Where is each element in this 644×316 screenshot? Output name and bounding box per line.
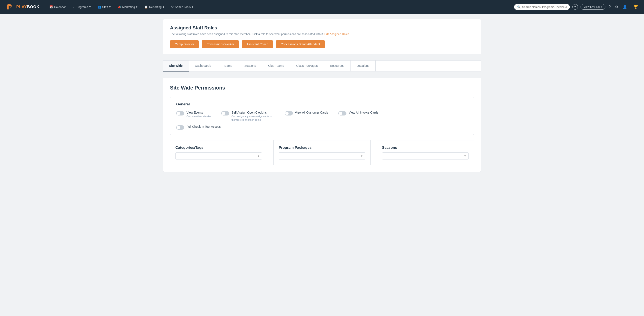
logo[interactable]: PLAYBOOK	[5, 2, 40, 12]
assigned-staff-roles-subtitle: The following staff roles have been assi…	[170, 32, 474, 36]
edit-assigned-roles-link[interactable]: Edit Assigned Roles	[324, 32, 349, 36]
toggle-view-events-label: View Events	[186, 111, 211, 114]
nav-item-admin-tools[interactable]: ⚙ Admin Tools ▾	[168, 4, 196, 10]
role-badge-camp-director[interactable]: Camp Director	[170, 40, 199, 48]
seasons-title: Seasons	[382, 145, 469, 150]
assigned-staff-roles-title: Assigned Staff Roles	[170, 25, 474, 31]
main-content: Assigned Staff Roles The following staff…	[157, 14, 487, 183]
categories-tags-dropdown[interactable]: ▾	[175, 152, 262, 160]
toggle-self-assign-open-clockins: Self Assign Open Clockins Can assign any…	[221, 111, 274, 121]
search-icon: 🔍	[517, 5, 520, 9]
toggle-customer-cards-switch[interactable]	[285, 111, 293, 115]
general-permissions-card: General View Events Can view the calenda…	[170, 97, 474, 135]
general-toggles-row2: Full Check In Tool Access	[176, 125, 468, 130]
permissions-section-title: Site Wide Permissions	[170, 85, 474, 91]
bottom-sections: Categories/Tags ▾ Program Packages ▾ Sea…	[170, 140, 474, 165]
tabs-container: Site Wide Dashboards Teams Seasons Club …	[163, 60, 481, 72]
role-badge-concessions-worker[interactable]: Concessions Worker	[202, 40, 239, 48]
calendar-icon: 📅	[49, 5, 53, 9]
chevron-down-icon: ▾	[464, 154, 466, 157]
toggle-invoice-cards-switch[interactable]	[338, 111, 346, 115]
navbar: PLAYBOOK 📅 Calendar ⑂ Programs ▾ 👥 Staff…	[0, 0, 644, 14]
programs-icon: ⑂	[73, 5, 74, 9]
help-circle-icon[interactable]: ?	[572, 4, 578, 10]
toggle-view-all-invoice-cards: View All Invoice Cards	[338, 111, 378, 115]
search-input[interactable]	[522, 5, 567, 9]
program-packages-title: Program Packages	[279, 145, 365, 150]
trophy-icon[interactable]: 🏆	[633, 4, 639, 10]
nav-item-programs[interactable]: ⑂ Programs ▾	[70, 4, 94, 10]
toggle-view-events: View Events Can view the calendar	[176, 111, 211, 118]
program-packages-section: Program Packages ▾	[273, 140, 371, 165]
toggle-self-assign-desc: Can assign any open assignments to thems…	[232, 115, 274, 121]
nav-right: 🔍 ? View Live Site › ? ⚙ 👤+ 🏆	[514, 4, 639, 10]
tab-site-wide[interactable]: Site Wide	[163, 61, 189, 71]
toggle-invoice-cards-label: View All Invoice Cards	[348, 111, 378, 114]
chevron-down-icon: ▾	[361, 154, 362, 157]
tab-dashboards[interactable]: Dashboards	[189, 61, 218, 71]
nav-item-staff[interactable]: 👥 Staff ▾	[94, 4, 114, 10]
search-bar[interactable]: 🔍	[514, 4, 570, 10]
toggle-self-assign-label: Self Assign Open Clockins	[232, 111, 274, 114]
role-badges: Camp Director Concessions Worker Assista…	[170, 40, 474, 48]
general-toggles-row: View Events Can view the calendar Self A…	[176, 111, 468, 121]
logo-text: PLAYBOOK	[16, 5, 40, 9]
assigned-staff-roles-card: Assigned Staff Roles The following staff…	[163, 19, 481, 54]
toggle-full-check-in-tool-access: Full Check In Tool Access	[176, 125, 220, 130]
toggle-customer-cards-label: View All Customer Cards	[295, 111, 328, 114]
tab-class-packages[interactable]: Class Packages	[290, 61, 324, 71]
general-card-title: General	[176, 102, 468, 106]
toggle-view-events-desc: Can view the calendar	[186, 115, 211, 118]
role-badge-assistant-coach[interactable]: Assistant Coach	[242, 40, 273, 48]
tab-teams[interactable]: Teams	[217, 61, 238, 71]
view-live-site-button[interactable]: View Live Site ›	[580, 4, 606, 10]
tab-seasons[interactable]: Seasons	[238, 61, 262, 71]
program-packages-dropdown[interactable]: ▾	[279, 152, 365, 160]
categories-tags-title: Categories/Tags	[175, 145, 262, 150]
help-icon[interactable]: ?	[608, 4, 612, 10]
toggle-view-events-switch[interactable]	[176, 111, 184, 115]
admin-tools-icon: ⚙	[171, 5, 174, 9]
toggle-check-in-switch[interactable]	[176, 125, 184, 130]
chevron-down-icon: ▾	[258, 154, 259, 157]
tab-resources[interactable]: Resources	[324, 61, 350, 71]
permissions-section: Site Wide Permissions General View Event…	[163, 78, 481, 172]
settings-icon[interactable]: ⚙	[614, 4, 619, 10]
toggle-check-in-label: Full Check In Tool Access	[186, 125, 220, 128]
seasons-dropdown[interactable]: ▾	[382, 152, 469, 160]
tab-locations[interactable]: Locations	[350, 61, 376, 71]
toggle-self-assign-switch[interactable]	[221, 111, 230, 115]
nav-items: 📅 Calendar ⑂ Programs ▾ 👥 Staff ▾ 📣 Mark…	[46, 4, 514, 10]
categories-tags-section: Categories/Tags ▾	[170, 140, 267, 165]
marketing-icon: 📣	[118, 5, 121, 9]
toggle-view-all-customer-cards: View All Customer Cards	[285, 111, 328, 115]
staff-icon: 👥	[98, 5, 101, 9]
nav-item-reporting[interactable]: 📋 Reporting ▾	[141, 4, 167, 10]
reporting-icon: 📋	[144, 5, 148, 9]
tab-club-teams[interactable]: Club Teams	[262, 61, 290, 71]
add-user-icon[interactable]: 👤+	[622, 4, 630, 10]
nav-item-calendar[interactable]: 📅 Calendar	[46, 4, 69, 10]
seasons-section: Seasons ▾	[377, 140, 474, 165]
role-badge-concessions-stand-attendant[interactable]: Concessions Stand Attendant	[276, 40, 325, 48]
nav-item-marketing[interactable]: 📣 Marketing ▾	[114, 4, 140, 10]
